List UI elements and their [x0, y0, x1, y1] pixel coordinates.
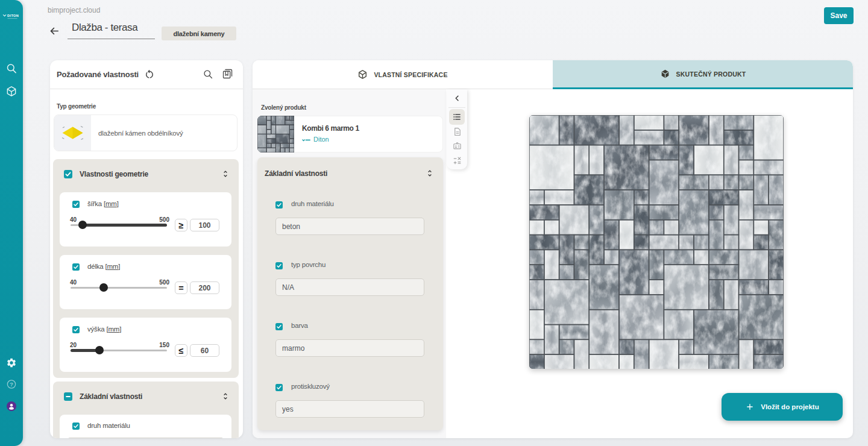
svg-text:?: ?	[10, 382, 13, 388]
svg-text:DITON: DITON	[7, 14, 19, 17]
